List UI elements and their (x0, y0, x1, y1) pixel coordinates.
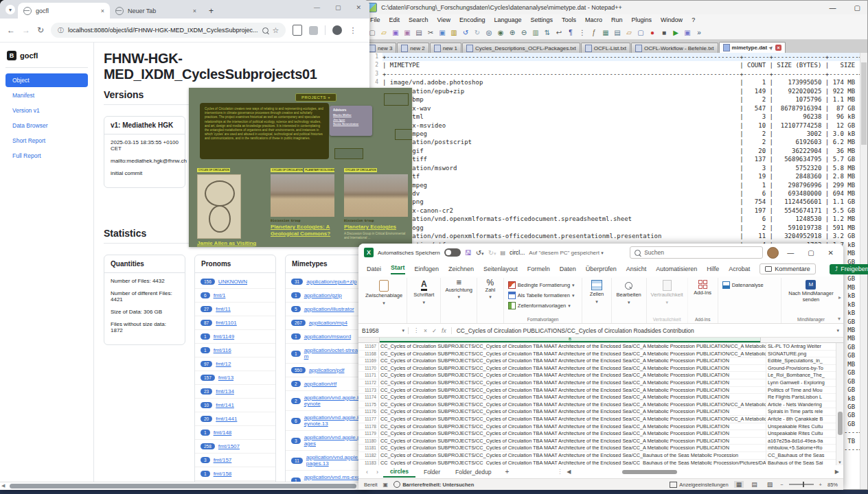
pronom-link[interactable]: UNKNOWN (218, 279, 247, 285)
cancel-icon[interactable]: × (424, 327, 427, 334)
table-row[interactable]: 11181CC_Cycles of Circulation SUBPROJECT… (358, 445, 843, 452)
excel-titlebar[interactable]: X Automatisches Speichern 🖫 ↺▾ ↻▾ ▤ circ… (358, 244, 843, 261)
document-map-icon[interactable]: ▦ (601, 27, 610, 37)
ribbon-tab-zeichnen[interactable]: Zeichnen (448, 266, 474, 272)
formula-input[interactable]: CC_Cycles of Circulation PUBLICATIONS/CC… (452, 327, 837, 334)
pronom-link[interactable]: fmt/157 (214, 457, 232, 463)
ribbon-more-icon[interactable]: ▸ (838, 294, 841, 301)
document-list-icon[interactable]: ▤ (613, 27, 622, 37)
browser-close-button[interactable]: ✕ (356, 4, 361, 11)
sidebar-item-version-v1[interactable]: Version v1 (5, 104, 88, 117)
menu-window[interactable]: Window (661, 16, 683, 23)
pronom-link[interactable]: fmt/1 (214, 292, 226, 298)
mimetype-link[interactable]: application/vnd.ms-excel (304, 474, 361, 482)
row-number[interactable]: 11182 (358, 452, 379, 459)
cell-b[interactable]: CC_Cycles of Circulation SUBPROJECTS/CC_… (379, 372, 766, 379)
row-number[interactable]: 11171 (358, 372, 379, 379)
mimetype-link[interactable]: application/illustrator (304, 306, 354, 312)
forward-button[interactable]: → (22, 25, 30, 35)
cell-c[interactable]: Article - Nets Wandering (766, 401, 843, 408)
tab-close-icon[interactable]: × (101, 8, 104, 14)
advisor-link[interactable]: Sonia Seneviratne (333, 122, 369, 126)
advisor-link[interactable]: Martin Müller (333, 113, 369, 117)
add-sheet-button[interactable]: + (500, 468, 515, 475)
mimetype-link[interactable]: application/mp4 (309, 320, 347, 326)
pronom-link[interactable]: fmt/141 (216, 402, 234, 408)
addins-button[interactable]: Add-Ins (694, 280, 711, 296)
site-info-icon[interactable]: ⓘ (58, 26, 64, 35)
row-number[interactable]: 11167 (358, 343, 379, 350)
pin-icon[interactable]: ➤ (768, 45, 775, 51)
page-break-view-button[interactable]: ▨ (765, 481, 775, 488)
row-number[interactable]: 11168 (358, 351, 379, 357)
zoom-out-icon[interactable]: ⊖ (519, 27, 529, 37)
mindmanager-button[interactable]: M Nach MindManager senden (786, 280, 836, 303)
page-layout-view-button[interactable]: ▤ (749, 481, 760, 488)
excel-minimize-button[interactable]: — (787, 249, 794, 257)
cell-b[interactable]: CC_Cycles of Circulation SUBPROJECTS/CC_… (379, 401, 766, 408)
menu-plugins[interactable]: Plugins (632, 16, 652, 23)
menu-search[interactable]: Search (409, 16, 429, 23)
data-analysis-button[interactable]: Datenanalyse (722, 281, 764, 289)
sheet-tab-circles[interactable]: circles (383, 467, 415, 478)
browser-minimize-button[interactable]: — (314, 4, 320, 11)
pronom-link[interactable]: fmt/116 (214, 347, 231, 353)
save-icon[interactable]: ▣ (391, 27, 400, 37)
reading-list-icon[interactable] (293, 25, 302, 36)
ribbon-collapse-icon[interactable]: ▾ (838, 316, 841, 322)
cell-c[interactable]: Ground-Provisions-by-To (766, 365, 843, 372)
cell-b[interactable]: CC_Cycles of Circulation SUBPROJECTS/CC_… (379, 408, 766, 415)
cell-c[interactable]: Lynn Gamwell - Exploring (766, 379, 843, 386)
row-number[interactable]: 11177 (358, 416, 379, 423)
cell-c[interactable]: Re Flights ParisLisbon L (766, 394, 843, 401)
print-icon[interactable]: ▤ (414, 27, 424, 37)
pronom-link[interactable]: fmt/1441 (216, 416, 237, 422)
cell-b[interactable]: CC_Cycles of Circulation SUBPROJECTS/CC_… (379, 379, 766, 386)
indent-guide-icon[interactable]: ⋮ (578, 27, 587, 37)
cell-b[interactable]: CC_Cycles of Circulation SUBPROJECTS/CC_… (379, 387, 766, 394)
extensions-icon[interactable] (309, 26, 318, 35)
menu-run[interactable]: Run (611, 16, 623, 23)
row-number[interactable]: 11181 (358, 445, 379, 451)
cell-c[interactable]: Spirals in Time parts rele (766, 408, 843, 415)
table-row[interactable]: 11171CC_Cycles of Circulation SUBPROJECT… (358, 372, 843, 379)
notepadpp-minimize-button[interactable]: — (830, 4, 836, 12)
zoom-in-button[interactable]: + (819, 482, 822, 488)
ribbon-tab-überprüfen[interactable]: Überprüfen (586, 266, 617, 272)
show-all-chars-icon[interactable]: ¶ (566, 27, 575, 37)
mimetype-link[interactable]: application/vnd.apple.keynote (304, 395, 361, 407)
mimetype-link[interactable]: application/vnd.apple.keynote.13 (304, 414, 361, 427)
editor-tab-ocfl-list-txt[interactable]: OCFL-List.txt (581, 43, 630, 53)
preview-card-title[interactable]: Jamie Allen as Visiting Scholar at Cambr… (197, 240, 261, 247)
new-tab-button[interactable]: + (209, 6, 214, 16)
number-format-button[interactable]: % Zahl▾ (486, 280, 496, 301)
cell-c[interactable]: Edible_Speculations_in_ (766, 357, 843, 364)
editor-tab-new-2[interactable]: new 2 (397, 43, 429, 53)
grid-horizontal-scrollbar[interactable] (581, 469, 828, 475)
paste-button[interactable]: Zwischenablage▾ (365, 280, 402, 306)
table-row[interactable]: 11173CC_Cycles of Circulation SUBPROJECT… (358, 387, 843, 395)
row-number[interactable]: 11170 (358, 365, 379, 372)
menu-edit[interactable]: Edit (389, 16, 400, 23)
table-row[interactable]: 11176CC_Cycles of Circulation SUBPROJECT… (358, 408, 843, 416)
copy-icon[interactable]: ▣ (437, 27, 447, 37)
advisor-link[interactable]: Jim Igoe (333, 118, 369, 121)
preview-card-title[interactable]: Planetary Ecologies: A Geological Common… (271, 224, 334, 237)
quick-access-icon[interactable]: ▤ (501, 250, 506, 256)
select-all-corner[interactable] (358, 338, 380, 342)
column-header-b[interactable]: B (380, 338, 760, 342)
table-row[interactable]: 11175CC_Cycles of Circulation SUBPROJECT… (358, 401, 843, 409)
editing-button[interactable]: Bearbeiten▾ (617, 280, 641, 305)
cell-b[interactable]: CC_Cycles of Circulation SUBPROJECTS/CC_… (379, 445, 766, 451)
conditional-formatting-button[interactable]: Bedingte Formatierung▾ (508, 281, 575, 289)
macro-save-icon[interactable]: ▣ (683, 27, 692, 37)
name-box[interactable]: B1958▾ (358, 327, 409, 334)
cell-c[interactable]: a167e25a-8d1d-49ea-9a (766, 438, 843, 445)
table-row[interactable]: 11182CC_Cycles of Circulation SUBPROJECT… (358, 452, 843, 460)
cell-b[interactable]: CC_Cycles of Circulation SUBPROJECTS/CC_… (379, 416, 766, 423)
column-header-c[interactable] (760, 338, 843, 342)
sheet-prev-icon[interactable]: ‹ (363, 469, 372, 475)
menu-settings[interactable]: Settings (531, 16, 553, 23)
macro-stop-icon[interactable]: ■ (659, 27, 669, 37)
row-number[interactable]: 11172 (358, 379, 379, 386)
